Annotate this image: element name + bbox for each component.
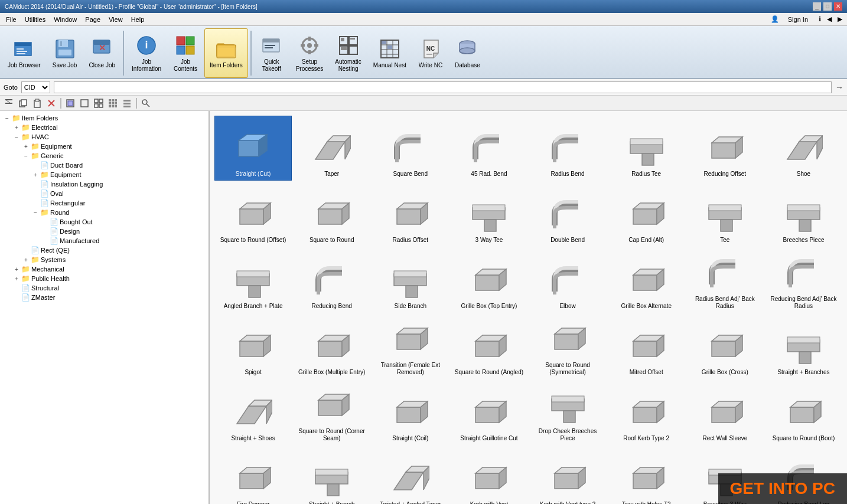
- save-job-btn[interactable]: Save Job: [47, 28, 83, 78]
- item-cell[interactable]: Square to Round (Symmetrical): [529, 314, 607, 379]
- address-input[interactable]: [54, 81, 832, 93]
- item-cell[interactable]: Radius Tee: [608, 116, 685, 181]
- tree-toggle[interactable]: −: [12, 134, 21, 140]
- job-browser-btn[interactable]: Job Browser: [2, 28, 46, 78]
- close-btn[interactable]: ✕: [834, 2, 842, 11]
- toolbar2-btn6[interactable]: [78, 97, 91, 109]
- tree-toggle[interactable]: +: [12, 125, 21, 131]
- database-btn[interactable]: Database: [449, 28, 486, 78]
- tree-item[interactable]: + 📁 Equipment: [0, 142, 209, 151]
- item-cell[interactable]: Side Branch: [372, 248, 449, 313]
- tree-item[interactable]: 📄 Rect (QE): [0, 246, 209, 255]
- tree-toggle[interactable]: −: [2, 115, 12, 122]
- goto-dropdown[interactable]: CID DXF DWG: [21, 81, 50, 93]
- tree-item[interactable]: 📄 Duct Board: [0, 161, 209, 170]
- toolbar2-btn7[interactable]: [92, 97, 105, 109]
- item-cell[interactable]: Straight Guillotine Cut: [450, 380, 527, 445]
- close-job-btn[interactable]: ✕ Close Job: [84, 28, 120, 78]
- tree-item[interactable]: 📄 Design: [0, 227, 209, 236]
- item-cell[interactable]: Grille Box (Cross): [686, 314, 764, 379]
- item-cell[interactable]: Kerb with Vent: [450, 446, 527, 504]
- tree-item[interactable]: + 📁 Mechanical: [0, 264, 209, 274]
- toolbar2-btn5[interactable]: [64, 97, 77, 109]
- item-cell[interactable]: Cap End (Alt): [608, 182, 685, 247]
- tree-toggle[interactable]: +: [31, 172, 40, 178]
- item-cell[interactable]: Roof Kerb Type 2: [608, 380, 685, 445]
- tree-toggle[interactable]: −: [31, 210, 40, 216]
- item-cell[interactable]: Double Bend: [529, 182, 607, 247]
- tree-item[interactable]: 📄 ZMaster: [0, 293, 209, 302]
- item-cell[interactable]: Square to Round: [293, 182, 370, 247]
- setup-processes-btn[interactable]: Setup Processes: [291, 28, 329, 78]
- item-cell[interactable]: Reducing Bend: [293, 248, 370, 313]
- tree-item[interactable]: + 📁 Systems: [0, 255, 209, 264]
- item-cell[interactable]: Straight (Coil): [372, 380, 449, 445]
- tree-item[interactable]: + 📁 Equipment: [0, 170, 209, 179]
- item-cell[interactable]: Fire Damper: [214, 446, 292, 504]
- tree-item[interactable]: 📄 Rectangular: [0, 198, 209, 208]
- address-go-btn[interactable]: →: [835, 83, 843, 92]
- tree-item[interactable]: 📄 Bought Out: [0, 217, 209, 227]
- tree-item[interactable]: − 📁 Item Folders: [0, 113, 209, 123]
- tree-item[interactable]: 📄 Manufactured: [0, 236, 209, 246]
- item-cell[interactable]: Transition (Female Ext Removed): [372, 314, 449, 379]
- toolbar2-delete-btn[interactable]: [45, 97, 58, 109]
- tree-item[interactable]: 📄 Oval: [0, 189, 209, 198]
- item-cell[interactable]: Mitred Offset: [608, 314, 685, 379]
- tree-toggle[interactable]: −: [21, 153, 31, 159]
- item-cell[interactable]: Twisted + Angled Taper: [372, 446, 449, 504]
- minimize-btn[interactable]: _: [813, 2, 821, 11]
- item-cell[interactable]: Rect Wall Sleeve: [686, 380, 764, 445]
- tree-toggle[interactable]: +: [12, 266, 21, 273]
- item-cell[interactable]: Grille Box Alternate: [608, 248, 685, 313]
- tree-item[interactable]: − 📁 Generic: [0, 151, 209, 161]
- item-cell[interactable]: Angled Branch + Plate: [214, 248, 292, 313]
- manual-nest-btn[interactable]: Manual Nest: [368, 28, 412, 78]
- item-cell[interactable]: 45 Rad. Bend: [450, 116, 527, 181]
- menu-item-window[interactable]: Window: [50, 15, 80, 24]
- toolbar2-search-btn[interactable]: [139, 97, 152, 109]
- tree-item[interactable]: − 📁 Round: [0, 208, 209, 217]
- item-cell[interactable]: Straight + Branches: [765, 314, 842, 379]
- menu-item-view[interactable]: View: [105, 15, 126, 24]
- item-cell[interactable]: Square to Round (Angled): [450, 314, 527, 379]
- quick-takeoff-btn[interactable]: Quick Takeoff: [254, 28, 289, 78]
- item-cell[interactable]: Reducing Bend Adj' Back Radius: [765, 248, 842, 313]
- item-cell[interactable]: 3 Way Tee: [450, 182, 527, 247]
- item-folders-btn[interactable]: Item Folders: [204, 28, 248, 78]
- item-cell[interactable]: Kerb with Vent type 2: [529, 446, 607, 504]
- item-cell[interactable]: Square to Round (Offset): [214, 182, 292, 247]
- item-cell[interactable]: Spigot: [214, 314, 292, 379]
- nav-prev-btn[interactable]: ◀: [825, 14, 834, 24]
- item-cell[interactable]: Reducing Offset: [686, 116, 764, 181]
- help-icon-btn[interactable]: ℹ: [816, 14, 823, 24]
- job-information-btn[interactable]: i Job Information: [126, 28, 167, 78]
- toolbar2-btn9[interactable]: [120, 97, 133, 109]
- toolbar2-cut-btn[interactable]: [2, 97, 15, 109]
- menu-item-page[interactable]: Page: [82, 15, 104, 24]
- item-cell[interactable]: Radius Bend: [529, 116, 607, 181]
- menu-item-file[interactable]: File: [2, 15, 20, 24]
- item-cell[interactable]: Taper: [293, 116, 370, 181]
- item-cell[interactable]: Shoe: [765, 116, 842, 181]
- item-cell[interactable]: Square to Round (Corner Seam): [293, 380, 370, 445]
- item-cell[interactable]: Tee: [686, 182, 764, 247]
- toolbar2-copy-btn[interactable]: [17, 97, 30, 109]
- job-contents-btn[interactable]: Job Contents: [168, 28, 203, 78]
- tree-toggle[interactable]: +: [21, 143, 31, 150]
- item-cell[interactable]: Square to Round (Boot): [765, 380, 842, 445]
- automatic-nesting-btn[interactable]: Automatic Nesting: [330, 28, 366, 78]
- menu-item-help[interactable]: Help: [128, 15, 148, 24]
- sign-in-btn[interactable]: 👤 Sign In: [764, 13, 815, 25]
- item-cell[interactable]: Straight + Branch: [293, 446, 370, 504]
- tree-item[interactable]: 📄 Insulation Lagging: [0, 179, 209, 189]
- tree-item[interactable]: − 📁 HVAC: [0, 132, 209, 142]
- item-cell[interactable]: Radius Bend Adj' Back Radius: [686, 248, 764, 313]
- nav-next-btn[interactable]: ▶: [835, 14, 845, 24]
- item-cell[interactable]: Drop Cheek Breeches Piece: [529, 380, 607, 445]
- item-cell[interactable]: Grille Box (Multiple Entry): [293, 314, 370, 379]
- item-cell[interactable]: Elbow: [529, 248, 607, 313]
- item-cell[interactable]: Straight + Shoes: [214, 380, 292, 445]
- item-cell[interactable]: Straight (Cut): [214, 116, 292, 181]
- item-cell[interactable]: Grille Box (Top Entry): [450, 248, 527, 313]
